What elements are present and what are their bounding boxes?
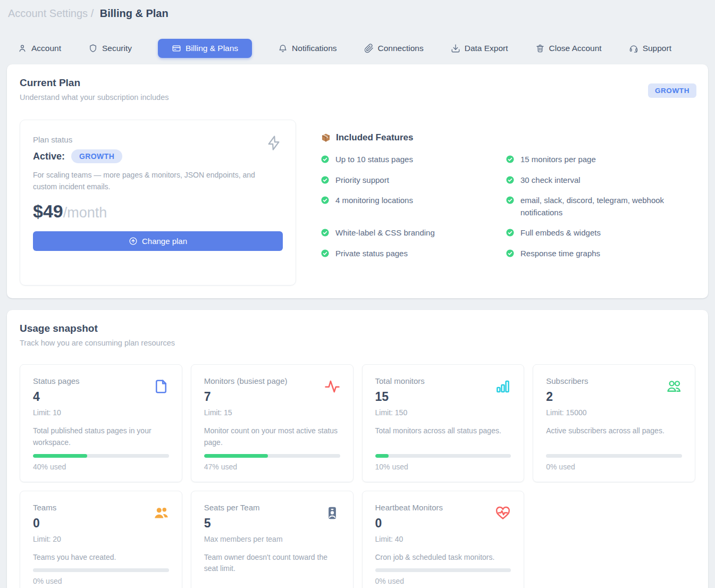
usage-progress-bar	[375, 454, 511, 458]
usage-card-value: 5	[204, 516, 283, 531]
usage-card-value: 4	[33, 390, 80, 404]
usage-progress-fill	[375, 454, 389, 458]
settings-tab[interactable]: Account	[16, 39, 62, 58]
feature-label: Response time graphs	[520, 248, 600, 260]
usage-progress-fill	[33, 454, 87, 458]
usage-progress-bar	[33, 454, 169, 458]
usage-card-value: 0	[33, 516, 61, 531]
usage-card-value: 0	[375, 516, 443, 531]
current-plan-subtitle: Understand what your subscription includ…	[20, 93, 695, 102]
settings-tab[interactable]: Security	[87, 39, 133, 58]
settings-tab[interactable]: Connections	[363, 39, 425, 58]
feature-label: Private status pages	[335, 248, 408, 260]
usage-card-limit: Limit: 15000	[546, 408, 588, 417]
usage-card-title: Heartbeat Monitors	[375, 503, 443, 512]
usage-card-title: Teams	[33, 503, 61, 512]
check-circle-icon	[321, 196, 330, 205]
usage-card-description: Team owner doesn't count toward the seat…	[204, 552, 340, 575]
usage-progress-fill	[204, 454, 268, 458]
usage-progress-bar	[33, 568, 169, 572]
spacer	[33, 449, 169, 454]
settings-tab[interactable]: Notifications	[277, 39, 338, 58]
users-icon	[666, 379, 682, 394]
check-circle-icon	[321, 175, 330, 184]
check-circle-icon	[321, 228, 330, 237]
feature-item: Response time graphs	[506, 248, 674, 260]
package-icon	[321, 132, 331, 143]
users-filled-icon	[153, 505, 169, 521]
tab-label: Billing & Plans	[186, 44, 238, 53]
check-circle-icon	[321, 249, 330, 258]
feature-item: email, slack, discord, telegram, webhook…	[506, 195, 674, 219]
feature-label: Up to 10 status pages	[335, 154, 413, 166]
spacer	[375, 437, 511, 454]
usage-card-title: Monitors (busiest page)	[204, 376, 288, 385]
plan-price: $49/month	[33, 201, 283, 222]
tab-label: Notifications	[292, 44, 337, 53]
price-period: /month	[63, 205, 107, 221]
headset-icon	[629, 44, 638, 53]
price-amount: $49	[33, 201, 63, 221]
usage-grid: Status pages 4 Limit: 10 Total published…	[20, 364, 695, 588]
usage-percent-label: 0% used	[546, 463, 682, 471]
breadcrumb-parent[interactable]: Account Settings /	[8, 7, 94, 19]
trash-icon	[535, 44, 545, 53]
features-heading: Included Features	[336, 132, 413, 143]
tab-label: Account	[31, 44, 61, 53]
feature-label: Full embeds & widgets	[520, 227, 601, 239]
features-grid: Up to 10 status pages 15 monitors per pa…	[321, 154, 695, 259]
usage-card: Status pages 4 Limit: 10 Total published…	[20, 364, 182, 482]
usage-card-description: Teams you have created.	[33, 552, 169, 564]
check-circle-icon	[506, 155, 515, 164]
usage-card-limit: Limit: 10	[33, 408, 80, 417]
change-plan-label: Change plan	[142, 237, 187, 246]
feature-label: Priority support	[335, 174, 389, 187]
usage-percent-label: 0% used	[33, 577, 169, 585]
check-circle-icon	[506, 196, 515, 205]
feature-item: White-label & CSS branding	[321, 227, 506, 239]
usage-card-limit: Limit: 150	[375, 408, 425, 417]
usage-card: Seats per Team 5 Max members per team Te…	[191, 491, 354, 588]
usage-card-limit: Limit: 20	[33, 535, 61, 543]
usage-card-limit: Limit: 15	[204, 408, 288, 417]
heart-pulse-icon	[495, 505, 511, 521]
feature-item: Priority support	[321, 174, 506, 187]
person-icon	[18, 44, 27, 53]
usage-card-description: Total published status pages in your wor…	[33, 425, 169, 448]
usage-card-description: Monitor count on your most active status…	[204, 425, 340, 448]
change-plan-button[interactable]: Change plan	[33, 231, 283, 251]
activity-icon	[324, 379, 340, 394]
settings-tab[interactable]: Support	[628, 39, 672, 58]
tab-label: Data Export	[465, 44, 508, 53]
feature-item: 15 monitors per page	[506, 154, 674, 166]
usage-card-title: Total monitors	[375, 376, 425, 385]
usage-card: Total monitors 15 Limit: 150 Total monit…	[362, 364, 525, 482]
plan-active-text: Active:	[33, 151, 65, 162]
feature-item: Full embeds & widgets	[506, 227, 674, 239]
spacer	[204, 449, 340, 454]
spacer	[375, 563, 511, 568]
billing-page: Account Settings / Billing & Plan Accoun…	[0, 0, 715, 588]
breadcrumb-current: Billing & Plan	[100, 7, 169, 19]
tab-label: Connections	[378, 44, 424, 53]
usage-card-limit: Limit: 40	[375, 535, 443, 543]
usage-progress-bar	[204, 454, 340, 458]
settings-tab[interactable]: Billing & Plans	[158, 39, 252, 58]
usage-card: Subscribers 2 Limit: 15000 Active subscr…	[533, 364, 695, 482]
bell-icon	[278, 44, 288, 53]
usage-card-title: Subscribers	[546, 376, 588, 385]
arrow-up-circle-icon	[129, 237, 138, 246]
check-circle-icon	[321, 155, 330, 164]
settings-tab[interactable]: Close Account	[534, 39, 603, 58]
feature-label: 30 check interval	[520, 174, 581, 187]
feature-item: 4 monitoring locations	[321, 195, 506, 219]
usage-card: Heartbeat Monitors 0 Limit: 40 Cron job …	[362, 491, 525, 588]
id-badge-icon	[324, 505, 340, 521]
feature-label: White-label & CSS branding	[335, 227, 435, 239]
settings-tab[interactable]: Data Export	[450, 39, 509, 58]
usage-card: Teams 0 Limit: 20 Teams you have created…	[20, 491, 182, 588]
credit-card-icon	[172, 44, 181, 53]
usage-percent-label: 40% used	[33, 463, 169, 471]
usage-card-limit: Max members per team	[204, 535, 283, 543]
usage-percent-label: 0% used	[375, 577, 511, 585]
